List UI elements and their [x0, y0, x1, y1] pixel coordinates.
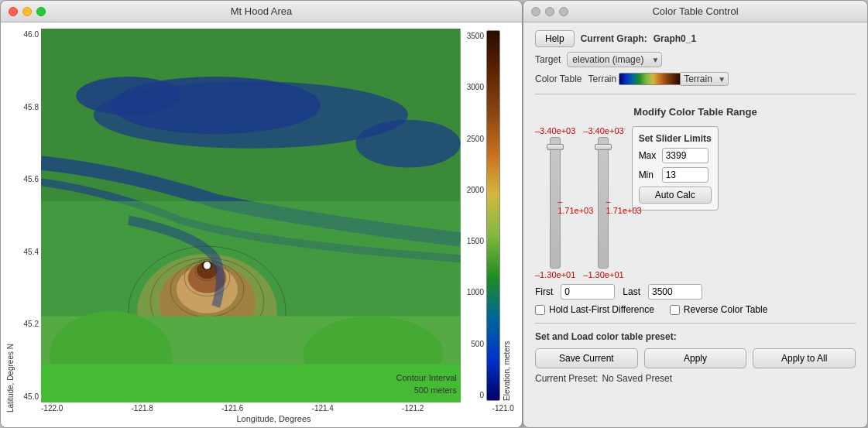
current-graph-label: Current Graph: — [581, 33, 647, 44]
current-preset-label: Current Preset: — [535, 373, 598, 384]
contour-label: Contour Interval 500 meters — [396, 372, 456, 396]
control-titlebar: Color Table Control — [523, 1, 867, 22]
svg-point-3 — [76, 77, 180, 115]
preset-section-label: Set and Load color table preset: — [535, 331, 856, 342]
divider-1 — [535, 94, 856, 94]
current-preset-row: Current Preset: No Saved Preset — [535, 373, 856, 384]
min-row: Min — [639, 167, 712, 183]
current-graph-value: Graph0_1 — [654, 33, 696, 44]
slider2-bot-val: –1.30e+01 — [583, 270, 623, 279]
y-tick-3: 45.6 — [24, 175, 39, 183]
ctrl-max-button[interactable] — [559, 7, 568, 16]
max-row: Max — [639, 148, 712, 163]
first-input[interactable] — [561, 284, 615, 300]
help-button[interactable]: Help — [535, 30, 575, 47]
ctrl-close-button[interactable] — [531, 7, 540, 16]
first-label: First — [535, 286, 553, 297]
hold-checkbox-row: Hold Last-First Difference — [535, 304, 654, 315]
x-axis-label: Longitude, Degrees — [5, 414, 518, 423]
x-tick-2: -121.8 — [132, 404, 153, 413]
control-window: Color Table Control Help Current Graph: … — [523, 0, 868, 428]
cb-tick-5: 1500 — [467, 237, 484, 245]
slider2-mid-val: –1.71e+03 — [606, 197, 641, 215]
control-content: Help Current Graph: Graph0_1 Target elev… — [523, 22, 867, 427]
map-content: Latitude, Degrees N 46.0 45.8 45.6 45.4 … — [1, 22, 522, 427]
help-row: Help Current Graph: Graph0_1 — [535, 30, 856, 47]
cb-tick-8: 0 — [479, 391, 484, 399]
divider-2 — [535, 323, 856, 324]
slider2-top-val: –3.40e+03 — [583, 126, 623, 135]
min-label: Min — [639, 169, 658, 180]
svg-point-4 — [355, 120, 460, 168]
cb-tick-2: 3000 — [467, 83, 484, 91]
slider-2-track-area: –1.71e+03 — [592, 137, 615, 269]
reverse-checkbox-label: Reverse Color Table — [684, 304, 768, 315]
min-input[interactable] — [662, 167, 708, 183]
target-select-wrapper: elevation (image) ▼ — [567, 52, 662, 67]
x-tick-5: -121.2 — [402, 404, 424, 413]
y-tick-5: 45.2 — [24, 320, 39, 328]
x-tick-4: -121.4 — [312, 404, 334, 413]
maximize-button[interactable] — [36, 7, 46, 16]
save-current-button[interactable]: Save Current — [535, 348, 638, 368]
target-select[interactable]: elevation (image) — [567, 52, 662, 67]
target-row: Target elevation (image) ▼ — [535, 52, 856, 67]
cb-tick-3: 2500 — [467, 135, 484, 143]
control-window-title: Color Table Control — [652, 5, 738, 17]
y-tick-1: 46.0 — [24, 30, 39, 39]
slider-2-thumb[interactable] — [595, 144, 612, 150]
auto-calc-button[interactable]: Auto Calc — [639, 187, 712, 204]
z-axis-label: Elevation, meters — [503, 30, 514, 401]
terrain-gradient-bar — [619, 73, 681, 85]
hold-checkbox[interactable] — [535, 305, 545, 315]
y-axis-label: Latitude, Degrees N — [5, 29, 16, 413]
control-traffic-lights — [531, 7, 568, 16]
last-input[interactable] — [648, 284, 702, 300]
checkbox-row: Hold Last-First Difference Reverse Color… — [535, 304, 856, 315]
bottom-buttons: Save Current Apply Apply to All — [535, 348, 856, 368]
x-tick-1: -122.0 — [41, 404, 63, 413]
map-titlebar: Mt Hood Area — [1, 1, 522, 22]
ctrl-min-button[interactable] — [545, 7, 554, 16]
terrain-select-wrapper: Terrain ▼ — [681, 72, 729, 86]
map-svg — [41, 29, 461, 402]
y-tick-4: 45.4 — [24, 248, 39, 256]
apply-button[interactable]: Apply — [644, 348, 747, 368]
target-label: Target — [535, 54, 561, 65]
color-table-row: Color Table Terrain Terrain ▼ — [535, 72, 856, 86]
current-preset-value: No Saved Preset — [602, 373, 672, 384]
svg-point-21 — [204, 262, 211, 269]
map-window: Mt Hood Area Latitude, Degrees N 46.0 45… — [0, 0, 523, 428]
cb-tick-7: 500 — [471, 340, 484, 348]
terrain-select[interactable]: Terrain — [681, 72, 729, 86]
slider-1-thumb[interactable] — [547, 144, 564, 150]
last-label: Last — [623, 286, 640, 297]
slider-limits-title: Set Slider Limits — [639, 133, 712, 144]
cb-tick-4: 2000 — [467, 186, 484, 194]
cb-tick-1: 3500 — [467, 32, 484, 40]
close-button[interactable] — [9, 7, 18, 16]
color-table-selector: Terrain Terrain ▼ — [588, 72, 729, 86]
x-tick-6: -121.0 — [492, 404, 514, 413]
map-window-title: Mt Hood Area — [231, 5, 293, 17]
hold-checkbox-label: Hold Last-First Difference — [549, 304, 654, 315]
max-label: Max — [639, 150, 658, 161]
reverse-checkbox[interactable] — [670, 305, 680, 315]
traffic-lights — [9, 7, 46, 16]
slider-1-group: –3.40e+03 –1.71e+03 –1.30e+01 — [535, 126, 575, 279]
slider-1-track-area: –1.71e+03 — [544, 137, 567, 269]
slider1-top-val: –3.40e+03 — [535, 126, 575, 135]
first-last-row: First Last — [535, 284, 856, 300]
max-input[interactable] — [662, 148, 708, 163]
y-tick-6: 45.0 — [24, 392, 39, 401]
reverse-checkbox-row: Reverse Color Table — [670, 304, 768, 315]
slider-area: –3.40e+03 –1.71e+03 –1.30e+01 –3.40e+03 … — [535, 126, 856, 279]
slider1-mid-val: –1.71e+03 — [558, 197, 593, 215]
y-tick-2: 45.8 — [24, 103, 39, 111]
minimize-button[interactable] — [22, 7, 32, 16]
slider1-bot-val: –1.30e+01 — [535, 270, 575, 279]
slider-limits-box: Set Slider Limits Max Min Auto Calc — [632, 126, 719, 211]
colorbar-gradient — [486, 30, 500, 401]
apply-to-all-button[interactable]: Apply to All — [753, 348, 856, 368]
color-table-label: Color Table — [535, 74, 582, 84]
